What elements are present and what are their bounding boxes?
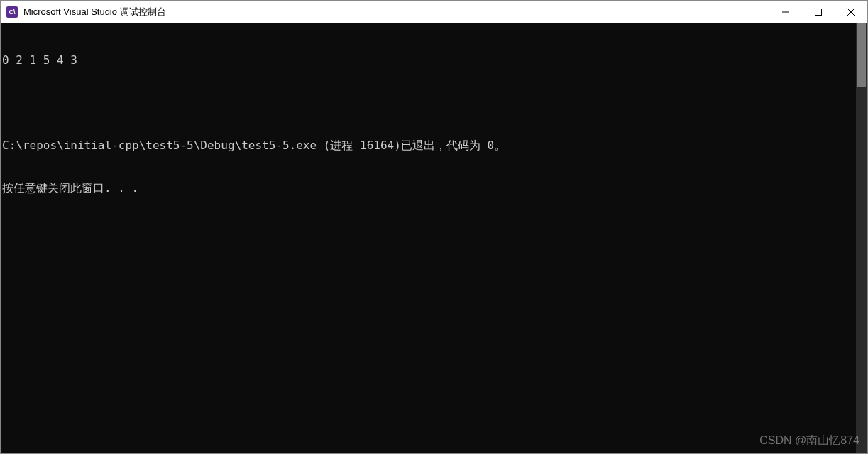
vertical-scrollbar[interactable] [856, 23, 867, 453]
minimize-button[interactable] [769, 1, 802, 23]
svg-rect-1 [815, 9, 822, 15]
console-line: 按任意键关闭此窗口. . . [2, 181, 855, 195]
console-window: C\ Microsoft Visual Studio 调试控制台 0 2 1 5… [0, 0, 868, 454]
window-title: Microsoft Visual Studio 调试控制台 [23, 6, 769, 18]
scrollbar-thumb[interactable] [857, 23, 866, 87]
minimize-icon [782, 9, 789, 16]
maximize-button[interactable] [802, 1, 835, 23]
console-area: 0 2 1 5 4 3 C:\repos\initial-cpp\test5-5… [1, 23, 867, 453]
close-icon [847, 9, 855, 16]
window-controls [769, 1, 867, 23]
console-line: C:\repos\initial-cpp\test5-5\Debug\test5… [2, 139, 855, 153]
app-icon: C\ [6, 6, 18, 18]
console-output[interactable]: 0 2 1 5 4 3 C:\repos\initial-cpp\test5-5… [1, 23, 856, 453]
maximize-icon [815, 9, 822, 16]
console-line: 0 2 1 5 4 3 [2, 53, 855, 67]
close-button[interactable] [835, 1, 867, 23]
console-line [2, 96, 855, 110]
titlebar[interactable]: C\ Microsoft Visual Studio 调试控制台 [1, 1, 867, 23]
